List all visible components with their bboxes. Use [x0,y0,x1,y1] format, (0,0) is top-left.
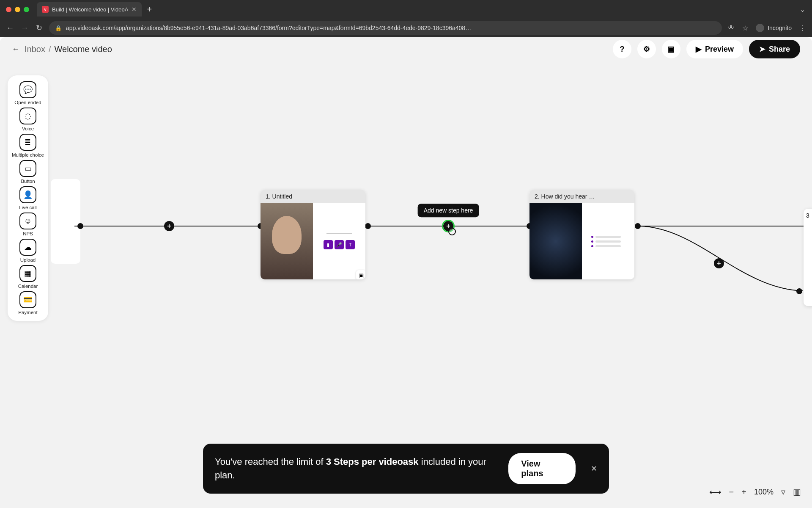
canvas[interactable]: + + + Add new step here 1. Untitled [0,37,812,508]
browser-tab[interactable]: v Build | Welcome video | VideoA ✕ [37,2,142,17]
zoom-in-button[interactable]: + [741,487,746,497]
back-button[interactable]: ← [6,24,14,33]
step-title: 1. Untitled [261,190,365,203]
reload-button[interactable]: ↻ [35,23,43,33]
incognito-label: Incognito [768,25,792,31]
step-number: 3 [806,212,809,219]
step-thumbnail [261,203,313,279]
window-controls[interactable] [6,7,29,12]
incognito-badge[interactable]: Incognito [756,24,792,32]
close-window-icon[interactable] [6,7,11,12]
answer-text-icon: T [346,240,355,249]
favicon-icon: v [42,6,49,13]
node-output-dot[interactable] [77,223,83,229]
address-row: ← → ↻ 🔒 app.videoask.com/app/organizatio… [0,19,812,37]
step-card-3-partial[interactable]: 3 [804,209,812,306]
step-thumbnail [529,203,582,279]
step-card-1[interactable]: 1. Untitled ▮ 🎤 T ▣ [261,190,365,279]
zoom-controls: ⟷ − + 100% ▿ ▥ [709,487,801,497]
upgrade-banner: You've reached the limit of 3 Steps per … [203,444,609,494]
add-step-tooltip: Add new step here [418,204,479,217]
incognito-icon [756,24,764,32]
tab-close-icon[interactable]: ✕ [132,6,137,13]
layout-grid-icon[interactable]: ▥ [793,487,801,497]
app: ← Inbox / Welcome video ? ⚙ ▣ ▶ Preview … [0,37,812,508]
browser-chrome: v Build | Welcome video | VideoA ✕ + ⌄ ←… [0,0,812,37]
banner-message: You've reached the limit of 3 Steps per … [215,455,497,482]
answer-audio-icon: 🎤 [335,240,344,249]
step-title: 2. How did you hear … [529,190,634,203]
answer-video-icon: ▮ [324,240,333,249]
edge-curve [638,225,812,301]
eye-off-icon[interactable]: 👁 [728,24,735,32]
add-step-dot[interactable]: + [164,221,174,231]
tabs-dropdown-icon[interactable]: ⌄ [800,6,805,14]
view-plans-button[interactable]: View plans [508,453,576,484]
banner-close-icon[interactable]: ✕ [591,464,597,473]
new-tab-button[interactable]: + [147,5,152,14]
tab-title: Build | Welcome video | VideoA [52,6,128,13]
step-card-2[interactable]: 2. How did you hear … [529,190,634,279]
url-text: app.videoask.com/app/organizations/8b955… [66,25,716,31]
forward-button[interactable]: → [20,24,29,33]
fit-width-icon[interactable]: ⟷ [709,487,721,497]
kebab-menu-icon[interactable]: ⋮ [799,24,806,32]
address-bar[interactable]: 🔒 app.videoask.com/app/organizations/8b9… [49,21,722,35]
maximize-window-icon[interactable] [24,7,29,12]
lock-icon: 🔒 [55,25,62,31]
bookmark-icon[interactable]: ☆ [742,24,748,32]
step-media-badge[interactable]: ▣ [356,270,365,279]
filter-icon[interactable]: ▿ [781,487,785,497]
zoom-level: 100% [754,488,774,497]
node-output-dot[interactable] [365,223,371,229]
node-input-dot[interactable] [796,288,802,294]
step-card-partial-start[interactable] [51,179,80,264]
step-answer-preview: ▮ 🎤 T [313,203,365,279]
step-answer-preview [582,203,634,279]
minimize-window-icon[interactable] [15,7,20,12]
tab-strip: v Build | Welcome video | VideoA ✕ + ⌄ [0,0,812,19]
cursor-indicator [448,228,456,235]
zoom-out-button[interactable]: − [729,487,734,497]
